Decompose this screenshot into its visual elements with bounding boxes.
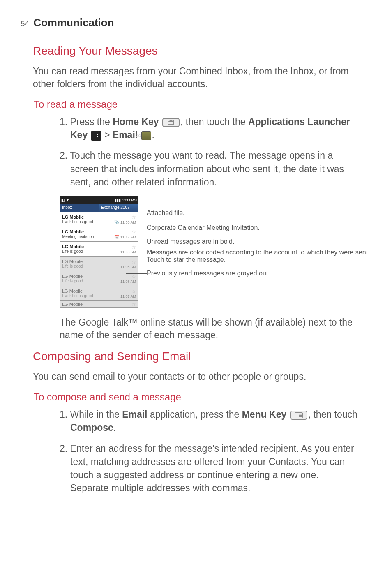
label-email: Email xyxy=(122,409,147,420)
step-text: . xyxy=(152,129,154,140)
step-text: Touch the message you want to read. The … xyxy=(70,150,344,187)
email-row-unread-attachment[interactable]: LG Mobile Fwd: Life is good ☆ 📎 11:30 AM xyxy=(60,212,138,227)
email-row-read[interactable]: LG Mobile Life is good ☆ 11:08 AM xyxy=(60,257,138,271)
step-text: Enter an address for the message's inten… xyxy=(70,443,354,494)
attachment-icon: 📎 xyxy=(114,220,119,224)
menu-key-icon xyxy=(290,411,307,420)
label-compose: Compose xyxy=(70,422,113,433)
step-number: 2. xyxy=(60,150,67,161)
section-title: Communication xyxy=(33,16,114,29)
label-email: Email xyxy=(113,129,138,140)
star-icon[interactable]: ☆ xyxy=(131,301,136,307)
callout-annotations: Attached file. Corporate Calendar Meetin… xyxy=(138,196,371,308)
tab-inbox[interactable]: Inbox xyxy=(60,204,99,212)
status-time: 12:00PM xyxy=(122,198,137,202)
email-time: 11:07 AM xyxy=(120,294,136,298)
signal-icon: ▮▮▮ xyxy=(115,198,121,202)
google-talk-note: The Google Talk™ online status will be s… xyxy=(60,316,359,342)
email-time: 11:08 AM xyxy=(120,265,136,269)
step-2-compose: 2. Enter an address for the message's in… xyxy=(60,442,359,495)
email-row-unread[interactable]: LG Mobile Life is good ☆ 11:08 AM xyxy=(60,242,138,257)
email-subject: Life is good xyxy=(62,279,120,283)
email-sender: LG Mobile xyxy=(62,244,120,249)
callout-calendar-invite: Corporate Calendar Meeting Invitation. xyxy=(147,224,371,231)
callout-read-grayed: Previously read messages are grayed out. xyxy=(147,270,371,277)
page-header: 54 Communication xyxy=(21,16,371,32)
email-subject: Life is good xyxy=(62,264,120,268)
tab-exchange[interactable]: Exchange 2007 xyxy=(99,204,138,212)
email-sender: LG Mobile xyxy=(62,274,120,279)
step-1-read: 1. Press the Home Key , then touch the A… xyxy=(60,115,359,141)
heading-reading-messages: Reading Your Messages xyxy=(33,44,371,58)
email-row-unread-meeting[interactable]: LG Mobile Meeting invitation ☆ 📅 11:17 A… xyxy=(60,227,138,242)
paragraph-composing-intro: You can send email to your contacts or t… xyxy=(33,370,371,383)
screenshot-with-callouts: ◧▼ ▮▮▮ 12:00PM Inbox Exchange 2007 LG Mo… xyxy=(60,196,371,308)
step-number: 1. xyxy=(60,116,67,127)
email-sender: LG Mobile xyxy=(62,229,114,234)
page-number: 54 xyxy=(21,19,29,28)
step-text: . xyxy=(113,422,116,433)
email-sender: LG Mobile xyxy=(62,259,120,264)
step-text: > xyxy=(102,129,113,140)
step-number: 1. xyxy=(60,409,67,420)
home-key-icon xyxy=(162,118,180,127)
apps-launcher-icon xyxy=(91,131,101,141)
email-subject: Fwd: Life is good xyxy=(62,294,120,298)
star-icon[interactable]: ☆ xyxy=(114,214,136,220)
step-number: 2. xyxy=(60,443,67,454)
step-text: Press the xyxy=(70,116,113,127)
callout-attached-file: Attached file. xyxy=(147,209,371,217)
step-text: While in the xyxy=(70,409,122,420)
heading-composing-email: Composing and Sending Email xyxy=(33,350,371,363)
step-2-read: 2. Touch the message you want to read. T… xyxy=(60,149,359,189)
email-subject: Life is good xyxy=(62,249,120,254)
callout-unread-bold: Unread messages are in bold. xyxy=(147,238,371,245)
step-text: application, press the xyxy=(148,409,242,420)
email-sender: LG Mobile xyxy=(62,289,120,294)
star-icon[interactable]: ☆ xyxy=(120,274,136,280)
folder-tabs[interactable]: Inbox Exchange 2007 xyxy=(60,204,138,212)
email-time: 11:08 AM xyxy=(120,280,136,284)
star-icon[interactable]: ☆ xyxy=(120,289,136,294)
notification-icon: ▼ xyxy=(66,198,69,202)
email-time: 11:17 AM xyxy=(120,235,136,239)
callout-star-message: Touch to star the message. xyxy=(147,256,371,264)
callout-color-coded: Messages are color coded according to th… xyxy=(147,249,371,256)
step-text: , then touch xyxy=(308,409,357,420)
subheading-to-read: To read a message xyxy=(34,99,371,110)
email-row-read-partial[interactable]: LG Mobile ☆ xyxy=(60,301,138,307)
notification-icon: ◧ xyxy=(61,198,65,202)
label-menu-key: Menu Key xyxy=(242,409,287,420)
email-subject: Meeting invitation xyxy=(62,234,114,239)
status-bar: ◧▼ ▮▮▮ 12:00PM xyxy=(60,196,138,204)
status-left-icons: ◧▼ xyxy=(61,198,69,202)
calendar-icon: 📅 xyxy=(114,235,119,239)
subheading-to-compose: To compose and send a message xyxy=(34,391,371,403)
email-sender: LG Mobile xyxy=(62,302,131,307)
paragraph-reading-intro: You can read messages from your Combined… xyxy=(33,65,371,90)
star-icon[interactable]: ☆ xyxy=(120,259,136,265)
email-time: 11:30 AM xyxy=(120,220,136,224)
email-app-icon xyxy=(141,131,151,140)
star-icon[interactable]: ☆ xyxy=(120,244,136,250)
label-home-key: Home Key xyxy=(113,116,159,127)
email-row-read[interactable]: LG Mobile Fwd: Life is good ☆ 11:07 AM xyxy=(60,286,138,301)
status-right: ▮▮▮ 12:00PM xyxy=(115,198,137,202)
email-sender: LG Mobile xyxy=(62,215,114,220)
star-icon[interactable]: ☆ xyxy=(114,229,136,235)
step-text: , then touch the xyxy=(180,116,248,127)
step-1-compose: 1. While in the Email application, press… xyxy=(60,408,359,434)
email-time: 11:08 AM xyxy=(120,250,136,254)
email-subject: Fwd: Life is good xyxy=(62,220,114,224)
